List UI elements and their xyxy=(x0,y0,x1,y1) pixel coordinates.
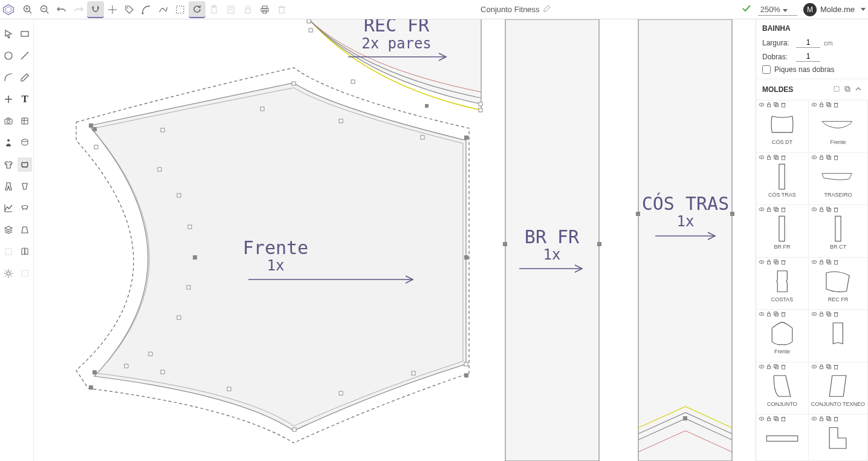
text-tool-icon[interactable]: T xyxy=(18,92,32,106)
molde-card[interactable]: Frente xyxy=(756,310,809,362)
delete-icon[interactable] xyxy=(833,102,839,109)
eye-icon[interactable] xyxy=(759,311,765,318)
skirt-tool-icon[interactable] xyxy=(18,223,32,237)
delete-icon[interactable] xyxy=(780,102,786,109)
delete-icon[interactable] xyxy=(833,206,839,214)
delete-icon[interactable] xyxy=(780,311,786,318)
piece-br-fr[interactable]: BR FR 1x xyxy=(503,19,601,461)
lock-icon[interactable] xyxy=(818,206,824,214)
eye-icon[interactable] xyxy=(759,154,765,162)
delete-icon[interactable] xyxy=(833,259,839,266)
edit-title-icon[interactable] xyxy=(543,5,551,14)
delete-icon[interactable] xyxy=(780,154,786,162)
eye-icon[interactable] xyxy=(811,416,817,423)
eye-icon[interactable] xyxy=(811,154,817,162)
circle-tool-icon[interactable] xyxy=(1,48,16,63)
undo-icon[interactable] xyxy=(53,1,70,18)
molde-card[interactable]: COSTAS xyxy=(756,258,809,310)
molde-card[interactable] xyxy=(809,310,868,362)
logo-icon[interactable] xyxy=(2,1,19,18)
redo-icon[interactable] xyxy=(70,1,87,18)
lock-icon[interactable] xyxy=(818,416,824,423)
lock-icon[interactable] xyxy=(818,311,824,318)
lock-icon[interactable] xyxy=(766,102,772,109)
lock-icon[interactable] xyxy=(766,206,772,214)
copy-icon[interactable] xyxy=(773,311,779,318)
delete-icon[interactable] xyxy=(780,364,786,371)
delete-icon[interactable] xyxy=(780,206,786,214)
copy-icon[interactable] xyxy=(773,102,779,109)
molde-card[interactable] xyxy=(756,414,809,461)
sleeve-tool-icon[interactable] xyxy=(18,179,32,194)
zoom-out-icon[interactable] xyxy=(36,1,53,18)
clipboard-icon[interactable] xyxy=(206,1,222,18)
lock-icon[interactable] xyxy=(766,364,772,371)
copy-molde-icon[interactable] xyxy=(844,84,851,95)
width-input[interactable] xyxy=(796,38,820,48)
notches-checkbox[interactable] xyxy=(762,65,771,74)
molde-card[interactable]: CONJUNTO TEXNEO xyxy=(809,362,868,415)
eye-icon[interactable] xyxy=(811,311,817,318)
lock-icon[interactable] xyxy=(766,154,772,162)
lock-icon[interactable] xyxy=(239,1,256,18)
line-tool-icon[interactable] xyxy=(18,48,32,63)
notes-icon[interactable] xyxy=(222,1,239,18)
copy-icon[interactable] xyxy=(826,416,832,423)
copy-icon[interactable] xyxy=(826,311,832,318)
eye-icon[interactable] xyxy=(759,416,765,423)
tag-icon[interactable] xyxy=(121,1,138,18)
snap-icon[interactable] xyxy=(87,1,104,18)
folds-input[interactable] xyxy=(796,51,820,62)
trash-icon[interactable] xyxy=(273,1,290,18)
settings-tool-icon[interactable] xyxy=(1,266,16,281)
delete-icon[interactable] xyxy=(780,259,786,266)
copy-icon[interactable] xyxy=(826,259,832,266)
molde-card[interactable] xyxy=(809,414,868,461)
copy-icon[interactable] xyxy=(773,206,779,214)
piece-frente[interactable]: Frente 1x xyxy=(76,68,469,443)
layers-tool-icon[interactable] xyxy=(1,223,16,237)
piece-rec-fr[interactable]: REC FR 2x pares xyxy=(307,19,482,112)
eye-icon[interactable] xyxy=(811,259,817,266)
molde-card[interactable]: CONJUNTO xyxy=(756,362,809,415)
pattern-tool-icon[interactable] xyxy=(18,114,32,128)
piece-cos-tras[interactable]: CÓS TRAS 1x xyxy=(636,19,734,461)
path-icon[interactable] xyxy=(155,1,172,18)
rectangle-tool-icon[interactable] xyxy=(18,27,32,41)
pencil-tool-icon[interactable] xyxy=(18,70,32,85)
piece-tool-icon[interactable] xyxy=(18,157,32,172)
lock-icon[interactable] xyxy=(766,311,772,318)
copy-icon[interactable] xyxy=(773,259,779,266)
collapse-icon[interactable] xyxy=(855,84,862,95)
lock-icon[interactable] xyxy=(818,154,824,162)
print-icon[interactable] xyxy=(256,1,273,18)
delete-icon[interactable] xyxy=(780,416,786,423)
copy-icon[interactable] xyxy=(773,364,779,371)
user-menu[interactable]: M Molde.me xyxy=(803,3,866,16)
delete-icon[interactable] xyxy=(833,311,839,318)
eye-icon[interactable] xyxy=(811,364,817,371)
copy-icon[interactable] xyxy=(826,154,832,162)
body-tool-icon[interactable] xyxy=(1,136,16,150)
canvas[interactable]: REC FR 2x pares xyxy=(34,19,756,461)
collar-tool-icon[interactable] xyxy=(18,201,32,215)
molde-card[interactable]: CÓS TRAS xyxy=(756,153,809,206)
lock-icon[interactable] xyxy=(818,364,824,371)
arc-tool-icon[interactable] xyxy=(1,70,16,85)
copy-icon[interactable] xyxy=(773,416,779,423)
lock-icon[interactable] xyxy=(818,102,824,109)
curve-icon[interactable] xyxy=(138,1,155,18)
molde-card[interactable]: CÓS DT xyxy=(756,100,809,153)
delete-icon[interactable] xyxy=(833,364,839,371)
shirt-tool-icon[interactable] xyxy=(1,157,16,172)
pants-tool-icon[interactable] xyxy=(1,179,16,194)
camera-tool-icon[interactable] xyxy=(1,114,16,128)
molde-card[interactable]: Frente xyxy=(809,100,868,153)
delete-icon[interactable] xyxy=(833,154,839,162)
copy-icon[interactable] xyxy=(826,364,832,371)
crosshair-icon[interactable] xyxy=(104,1,121,18)
eye-icon[interactable] xyxy=(759,364,765,371)
molde-card[interactable]: TRASEIRO xyxy=(809,153,868,206)
delete-icon[interactable] xyxy=(833,416,839,423)
eye-icon[interactable] xyxy=(811,206,817,214)
